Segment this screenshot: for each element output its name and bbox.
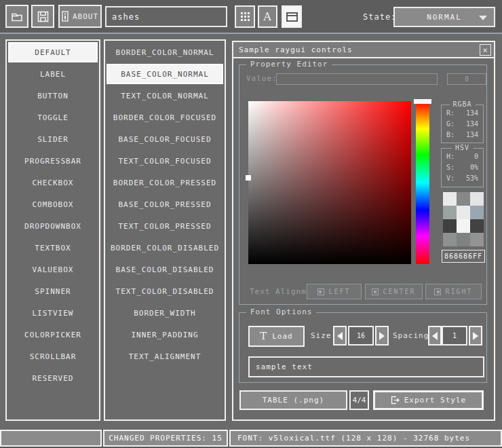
control-list-item[interactable]: LISTVIEW bbox=[8, 303, 98, 323]
hsv-channel-label: V: bbox=[446, 173, 455, 184]
spacing-decrement-button[interactable] bbox=[428, 326, 442, 346]
size-value-box[interactable]: 16 bbox=[348, 326, 374, 346]
align-center-button[interactable]: CENTER bbox=[365, 284, 423, 299]
hue-cursor[interactable] bbox=[414, 99, 431, 104]
window-titlebar[interactable]: Sample raygui controls × bbox=[233, 42, 494, 58]
export-icon bbox=[391, 396, 400, 405]
hsv-row: V: 53% bbox=[442, 173, 483, 184]
control-list-item[interactable]: VALUEBOX bbox=[8, 259, 98, 280]
property-list-item[interactable]: BORDER_COLOR_NORMAL bbox=[107, 42, 223, 62]
property-list-item[interactable]: TEXT_COLOR_PRESSED bbox=[107, 216, 223, 236]
export-format-button[interactable]: TABLE (.png) bbox=[239, 390, 347, 410]
rgba-channel-label: R: bbox=[446, 108, 455, 119]
size-increment-button[interactable] bbox=[375, 326, 389, 346]
hex-color-box[interactable]: 868686FF bbox=[442, 250, 485, 263]
style-page-indicator[interactable]: 4/4 bbox=[349, 390, 369, 410]
font-view-button[interactable]: A bbox=[258, 5, 277, 28]
control-list-item[interactable]: DEFAULT bbox=[8, 42, 98, 62]
color-swatch[interactable] bbox=[443, 219, 457, 233]
align-right-icon bbox=[434, 288, 441, 295]
info-icon bbox=[62, 11, 69, 22]
value-box[interactable]: 0 bbox=[447, 73, 486, 85]
window-view-button[interactable] bbox=[282, 5, 302, 28]
rgba-channel-label: G: bbox=[446, 119, 455, 130]
control-list-item[interactable]: PROGRESSBAR bbox=[8, 151, 98, 171]
hue-bar[interactable] bbox=[416, 101, 429, 264]
property-list-item[interactable]: BASE_COLOR_PRESSED bbox=[107, 194, 223, 214]
window-title: Sample raygui controls bbox=[239, 45, 353, 54]
open-style-button[interactable] bbox=[5, 5, 28, 28]
property-list-item[interactable]: TEXT_COLOR_FOCUSED bbox=[107, 151, 223, 171]
color-swatch[interactable] bbox=[470, 206, 484, 219]
color-swatch[interactable] bbox=[443, 233, 457, 246]
hsv-group: HSV H: 0 S: 0% V: 53% bbox=[441, 148, 484, 187]
property-list-item[interactable]: BORDER_COLOR_DISABLED bbox=[107, 238, 223, 258]
color-swatch[interactable] bbox=[470, 233, 484, 246]
style-name-input[interactable] bbox=[105, 6, 227, 27]
status-bar: CHANGED PROPERTIES: 15 FONT: v5loxical.t… bbox=[0, 430, 502, 447]
left-arrow-icon bbox=[337, 332, 343, 340]
align-right-button[interactable]: RIGHT bbox=[425, 284, 482, 299]
align-left-button[interactable]: LEFT bbox=[307, 284, 362, 299]
sample-text-box[interactable]: sample text bbox=[248, 356, 484, 377]
control-list-item[interactable]: COMBOBOX bbox=[8, 194, 98, 214]
control-list-item[interactable]: BUTTON bbox=[8, 86, 98, 106]
color-swatch[interactable] bbox=[470, 219, 484, 233]
property-list-item[interactable]: BASE_COLOR_NORMAL bbox=[107, 64, 223, 84]
property-list-item[interactable]: TEXT_COLOR_NORMAL bbox=[107, 86, 223, 106]
color-swatch[interactable] bbox=[470, 192, 484, 206]
color-swatch[interactable] bbox=[457, 233, 470, 246]
value-slider[interactable] bbox=[276, 73, 438, 85]
grid-icon bbox=[241, 12, 250, 21]
control-list-item[interactable]: RESERVED bbox=[8, 368, 98, 388]
load-font-button[interactable]: T Load bbox=[248, 326, 305, 347]
hsv-rows: H: 0 S: 0% V: 53% bbox=[442, 149, 483, 184]
control-list-item[interactable]: SCROLLBAR bbox=[8, 346, 98, 367]
control-list-item[interactable]: CHECKBOX bbox=[8, 172, 98, 193]
about-button[interactable]: ABOUT bbox=[58, 5, 102, 28]
spacing-value-box[interactable]: 1 bbox=[442, 326, 467, 346]
spacing-increment-button[interactable] bbox=[469, 326, 482, 346]
align-center-label: CENTER bbox=[383, 288, 415, 295]
size-decrement-button[interactable] bbox=[333, 326, 347, 346]
window-icon bbox=[286, 12, 298, 22]
chevron-down-icon bbox=[479, 16, 487, 20]
color-swatch[interactable] bbox=[443, 192, 457, 206]
property-list-item[interactable]: TEXT_COLOR_DISABLED bbox=[107, 281, 223, 301]
color-picker-cursor[interactable] bbox=[246, 175, 251, 181]
control-list-item[interactable]: LABEL bbox=[8, 64, 98, 84]
close-icon[interactable]: × bbox=[480, 44, 491, 56]
export-style-button[interactable]: Export Style bbox=[373, 390, 484, 410]
control-list-item[interactable]: TOGGLE bbox=[8, 107, 98, 128]
color-swatch[interactable] bbox=[457, 219, 470, 233]
property-list-item[interactable]: BORDER_COLOR_FOCUSED bbox=[107, 107, 223, 128]
spacing-value: 1 bbox=[452, 332, 457, 339]
save-style-button[interactable] bbox=[31, 5, 54, 28]
property-list-item[interactable]: TEXT_ALIGNMENT bbox=[107, 346, 223, 367]
grid-view-button[interactable] bbox=[235, 5, 255, 28]
property-list-item[interactable]: BORDER_COLOR_PRESSED bbox=[107, 172, 223, 193]
control-list-item[interactable]: DROPDOWNBOX bbox=[8, 216, 98, 236]
folder-open-icon bbox=[11, 12, 23, 22]
control-list-item[interactable]: TEXTBOX bbox=[8, 238, 98, 258]
font-options-group: Font Options T Load Size: 16 Spacing: 1 bbox=[239, 312, 487, 383]
property-list-item[interactable]: BASE_COLOR_FOCUSED bbox=[107, 129, 223, 149]
control-list-item[interactable]: SPINNER bbox=[8, 281, 98, 301]
rgba-channel-value: 134 bbox=[466, 108, 478, 119]
property-list-item[interactable]: BORDER_WIDTH bbox=[107, 303, 223, 323]
color-picker-panel[interactable] bbox=[248, 101, 411, 264]
property-list-item[interactable]: BASE_COLOR_DISABLED bbox=[107, 259, 223, 280]
state-dropdown[interactable]: NORMAL bbox=[393, 7, 495, 27]
rguistyler-app: ABOUT A bbox=[0, 0, 502, 448]
color-swatch[interactable] bbox=[457, 192, 470, 206]
color-swatch[interactable] bbox=[443, 206, 457, 219]
color-swatch[interactable] bbox=[457, 206, 470, 219]
hsv-channel-value: 53% bbox=[466, 173, 478, 184]
control-list-item[interactable]: SLIDER bbox=[8, 129, 98, 149]
status-left-cell bbox=[0, 430, 102, 447]
control-list-item[interactable]: COLORPICKER bbox=[8, 324, 98, 345]
hsv-channel-value: 0 bbox=[474, 151, 478, 162]
value-box-number: 0 bbox=[465, 75, 469, 83]
property-list-item[interactable]: INNER_PADDING bbox=[107, 324, 223, 345]
property-editor-group-label: Property Editor bbox=[246, 60, 332, 69]
